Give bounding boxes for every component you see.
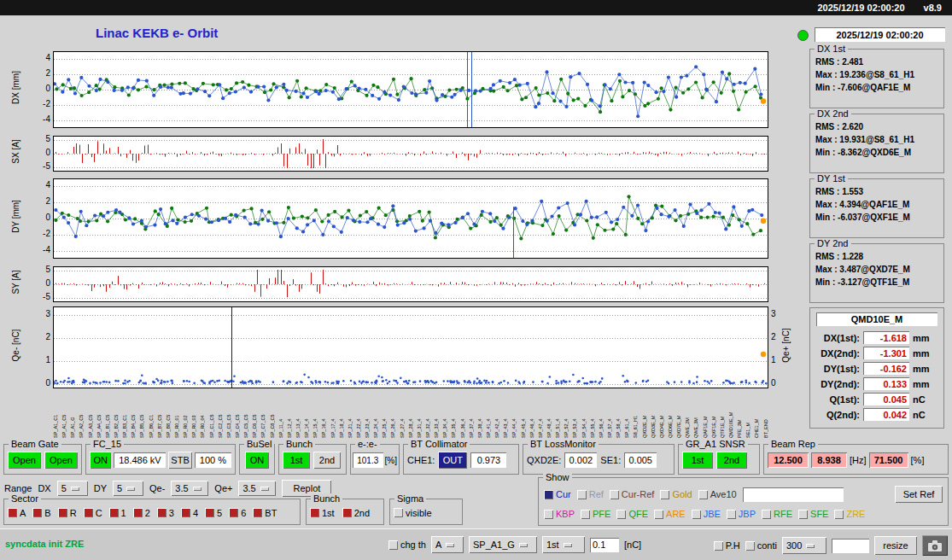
show-ave10-checkbox[interactable]: Ave10	[698, 489, 737, 499]
selected-bpm-name[interactable]: QMD10E_M	[816, 312, 937, 326]
sx-plot-canvas[interactable]	[54, 137, 768, 171]
y-tick-label: -2	[43, 99, 50, 108]
x-axis-label: SP_33_4	[434, 389, 439, 438]
x-axis-label: SP_58_4	[616, 389, 621, 438]
checkbox-indicator	[616, 510, 626, 519]
x-axis-label: SP_61_4	[624, 389, 629, 438]
show-pfe-checkbox[interactable]: PFE	[581, 509, 610, 519]
show-jbe-checkbox[interactable]: JBE	[692, 509, 721, 519]
show-zre-checkbox[interactable]: ZRE	[834, 509, 865, 519]
sector-checkbox-r[interactable]: R	[58, 508, 77, 518]
sector-checkbox-6[interactable]: 6	[229, 508, 246, 518]
sy-steering-plot[interactable]: 50-5	[32, 266, 768, 302]
sp-select[interactable]: SP_A1_G	[469, 536, 537, 553]
sector-checkbox-2[interactable]: 2	[133, 508, 150, 518]
count-select[interactable]: 300	[782, 537, 826, 554]
show-ref-checkbox[interactable]: Ref	[577, 489, 604, 499]
x-axis-label: SP_R0_04	[200, 389, 205, 438]
sy-plot-frame[interactable]	[53, 266, 768, 302]
sector-checkbox-a[interactable]: A	[8, 508, 26, 518]
charge-plot-canvas[interactable]	[54, 307, 768, 388]
dx-plot-canvas[interactable]	[54, 52, 768, 127]
checkbox-indicator	[798, 510, 808, 519]
bunch-2nd-checkbox[interactable]: 2nd	[342, 508, 370, 518]
bpm-value: 0.045	[863, 393, 909, 405]
show-kbp-checkbox[interactable]: KBP	[544, 509, 575, 519]
resize-button[interactable]: resize	[874, 536, 917, 555]
y-tick-label: 1	[45, 355, 50, 365]
sector-checkbox-1[interactable]: 1	[109, 508, 126, 518]
gr-a1-2nd-button[interactable]: 2nd	[716, 452, 747, 469]
bunch-2nd-button[interactable]: 2nd	[313, 452, 341, 469]
fc15-stb-button[interactable]: STB	[168, 452, 191, 469]
checkbox-indicator	[692, 510, 701, 519]
x-axis-label: QMD10E_M	[728, 389, 733, 438]
sigma-visible-checkbox[interactable]: visible	[394, 508, 432, 518]
checkbox-indicator	[157, 508, 166, 517]
dx-y-ticks: 420-2-4	[32, 51, 53, 126]
page-title: Linac KEKB e- Orbit	[96, 26, 218, 40]
bunch-1st-button[interactable]: 1st	[283, 452, 310, 469]
dy-1st-stats-panel: DY 1st RMS : 1.553 Max : 4.394@QAF1E_M M…	[809, 178, 944, 238]
charge-plot-frame[interactable]	[53, 306, 768, 388]
sy-y-ticks: 50-5	[32, 266, 53, 300]
show-group: Show Cur Ref Cur-Ref Gold Ave10 Set Ref …	[538, 477, 949, 526]
x-axis-label: SP_A4_C5	[96, 389, 102, 438]
charge-plot[interactable]: 3210 3210	[32, 306, 784, 388]
range-qe-plus-select[interactable]: 3.5	[238, 481, 276, 496]
che1-out-button[interactable]: OUT	[438, 452, 467, 469]
ee-ratio-display: 101.3	[353, 452, 383, 468]
sector-checkbox-4[interactable]: 4	[181, 508, 198, 518]
range-dy-select[interactable]: 5	[113, 481, 143, 496]
count-entry[interactable]	[832, 539, 869, 553]
show-rfe-checkbox[interactable]: RFE	[762, 509, 792, 519]
bunch-select[interactable]: 1st	[542, 536, 585, 553]
show-sfe-checkbox[interactable]: SFE	[798, 509, 828, 519]
x-axis-label: QTF1E_M	[720, 389, 725, 438]
dy-y-ticks: 420-2-4	[32, 178, 53, 257]
range-qe-minus-select[interactable]: 3.5	[171, 481, 208, 496]
sector-checkbox-bt[interactable]: BT	[253, 508, 277, 518]
beam-gate-open-button-2[interactable]: Open	[44, 452, 78, 469]
dy-axis-label: DY [mm]	[11, 183, 20, 251]
dy-orbit-plot[interactable]: 420-2-4	[32, 178, 768, 259]
dx-plot-frame[interactable]	[53, 51, 768, 128]
y-tick-label: 2	[45, 196, 50, 206]
bunch-1st-checkbox[interactable]: 1st	[310, 508, 335, 518]
hz-unit: [Hz]	[850, 455, 867, 465]
sector-checkbox-c[interactable]: C	[84, 508, 102, 518]
busel-on-button[interactable]: ON	[245, 452, 269, 469]
ee-ratio-unit: [%]	[385, 456, 397, 465]
sector-checkbox-3[interactable]: 3	[157, 508, 174, 518]
range-qe-plus-label: Qe+	[214, 483, 232, 493]
fc15-on-button[interactable]: ON	[90, 452, 111, 469]
threshold-entry[interactable]	[590, 538, 619, 552]
show-cur-ref-checkbox[interactable]: Cur-Ref	[610, 489, 655, 499]
sx-steering-plot[interactable]: 50-5	[32, 136, 768, 172]
sy-plot-canvas[interactable]	[54, 267, 768, 301]
dx-orbit-plot[interactable]: 420-2-4	[32, 51, 768, 128]
beam-gate-open-button-1[interactable]: Open	[8, 452, 41, 469]
set-ref-entry[interactable]	[743, 487, 844, 502]
show-gold-checkbox[interactable]: Gold	[660, 489, 692, 499]
show-jbp-checkbox[interactable]: JBP	[727, 509, 756, 519]
dy-plot-frame[interactable]	[53, 178, 768, 259]
ph-checkbox[interactable]: P.H	[714, 540, 740, 551]
sx-plot-frame[interactable]	[53, 136, 768, 172]
show-are-checkbox[interactable]: ARE	[654, 509, 686, 519]
screenshot-button[interactable]	[922, 535, 948, 556]
set-ref-button[interactable]: Set Ref	[895, 486, 943, 503]
sector-checkbox-b[interactable]: B	[32, 508, 50, 518]
sector-checkbox-5[interactable]: 5	[205, 508, 222, 518]
range-dx-select[interactable]: 5	[57, 481, 88, 496]
dy-plot-canvas[interactable]	[54, 179, 768, 258]
show-qfe-checkbox[interactable]: QFE	[616, 509, 648, 519]
mode-select[interactable]: A	[431, 536, 464, 553]
show-cur-checkbox[interactable]: Cur	[544, 489, 571, 499]
x-axis-label: SP_13_4	[295, 389, 301, 438]
y-tick-label: -5	[43, 292, 50, 301]
chg-th-checkbox[interactable]: chg th	[388, 540, 426, 550]
x-axis-label: SP_B7_C5	[157, 389, 162, 438]
conti-checkbox[interactable]: conti	[745, 540, 777, 551]
gr-a1-1st-button[interactable]: 1st	[682, 452, 713, 469]
